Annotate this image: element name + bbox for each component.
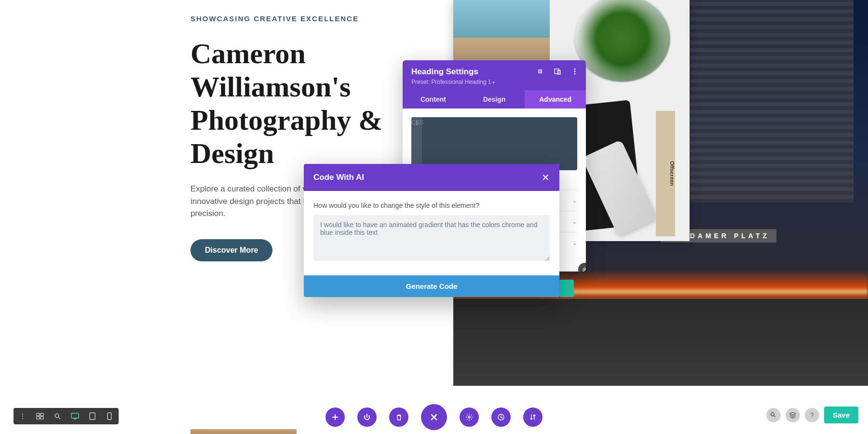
help-tool-icon[interactable]: ? [805, 408, 819, 422]
svg-rect-11 [37, 417, 40, 419]
power-button[interactable] [357, 407, 377, 427]
ai-modal-title: Code With AI [313, 173, 364, 182]
history-button[interactable] [491, 407, 511, 427]
mobile-view-icon[interactable] [104, 411, 115, 421]
plant-decoration [574, 0, 670, 82]
sort-button[interactable] [523, 407, 542, 427]
more-options-icon[interactable] [570, 67, 579, 76]
settings-gear-button[interactable] [460, 407, 479, 427]
search-tool-icon[interactable] [766, 408, 781, 422]
eyebrow-text[interactable]: SHOWCASING CREATIVE EXCELLENCE [190, 14, 432, 23]
magazine-spine: Offscreen [656, 111, 675, 236]
svg-point-17 [771, 413, 774, 416]
close-icon[interactable]: ✕ [542, 172, 550, 183]
device-view-toolbar: ⋮ [14, 408, 119, 424]
zoom-icon[interactable] [52, 411, 63, 421]
svg-rect-14 [71, 413, 79, 418]
svg-point-1 [540, 71, 541, 72]
svg-rect-2 [555, 69, 559, 74]
svg-point-6 [574, 73, 576, 75]
preset-dropdown[interactable]: Preset: Professional Heading 1 [411, 79, 577, 85]
right-save-toolbar: ? Save [766, 407, 858, 423]
beach-photo [453, 0, 550, 63]
svg-point-7 [468, 416, 470, 418]
road-bg [453, 299, 868, 386]
add-button[interactable] [326, 407, 345, 427]
chevron-down-icon: ⌄ [572, 218, 577, 225]
svg-point-13 [55, 414, 59, 418]
desktop-view-icon[interactable] [69, 411, 80, 421]
svg-rect-9 [37, 413, 40, 416]
ai-prompt-label: How would you like to change the style o… [313, 202, 550, 209]
discover-more-button[interactable]: Discover More [190, 239, 272, 261]
svg-rect-12 [41, 417, 43, 419]
layers-tool-icon[interactable] [786, 408, 800, 422]
css-section-label: CSS [411, 119, 423, 126]
bottom-toolbar [0, 400, 868, 434]
chevron-down-icon: ⌄ [572, 239, 577, 246]
generate-code-button[interactable]: Generate Code [304, 275, 559, 297]
svg-point-5 [574, 71, 576, 72]
ai-prompt-textarea[interactable] [313, 215, 550, 261]
buildings-bg [670, 0, 854, 203]
wireframe-view-icon[interactable] [35, 411, 45, 421]
close-editor-button[interactable] [421, 404, 447, 430]
settings-tabs: Content Design Advanced [403, 90, 586, 108]
save-button[interactable]: Save [824, 407, 858, 423]
svg-point-4 [574, 68, 576, 70]
ai-modal-body: How would you like to change the style o… [304, 191, 559, 275]
below-heading-preview: Cameron Williamson [366, 432, 476, 434]
chevron-down-icon: ⌄ [572, 197, 577, 204]
main-heading[interactable]: Cameron Williamson's Photography & Desig… [190, 37, 432, 170]
tab-design[interactable]: Design [464, 90, 525, 108]
ai-modal-header[interactable]: Code With AI ✕ [304, 164, 559, 191]
tab-advanced[interactable]: Advanced [525, 90, 586, 108]
code-with-ai-modal[interactable]: Code With AI ✕ How would you like to cha… [304, 164, 559, 297]
more-vertical-icon[interactable]: ⋮ [17, 411, 28, 421]
css-code-editor[interactable]: 1 [411, 117, 577, 170]
portrait-thumbnail[interactable] [190, 429, 297, 434]
svg-rect-10 [41, 413, 43, 416]
svg-rect-16 [108, 413, 111, 420]
svg-rect-15 [90, 413, 95, 420]
settings-panel-header[interactable]: Heading Settings Preset: Professional He… [403, 60, 586, 90]
trash-button[interactable] [389, 407, 408, 427]
tab-content[interactable]: Content [403, 90, 464, 108]
responsive-icon[interactable] [553, 67, 562, 76]
confirm-check-button[interactable] [559, 280, 574, 297]
drag-handle-icon[interactable] [536, 67, 544, 76]
tablet-view-icon[interactable] [87, 411, 97, 421]
